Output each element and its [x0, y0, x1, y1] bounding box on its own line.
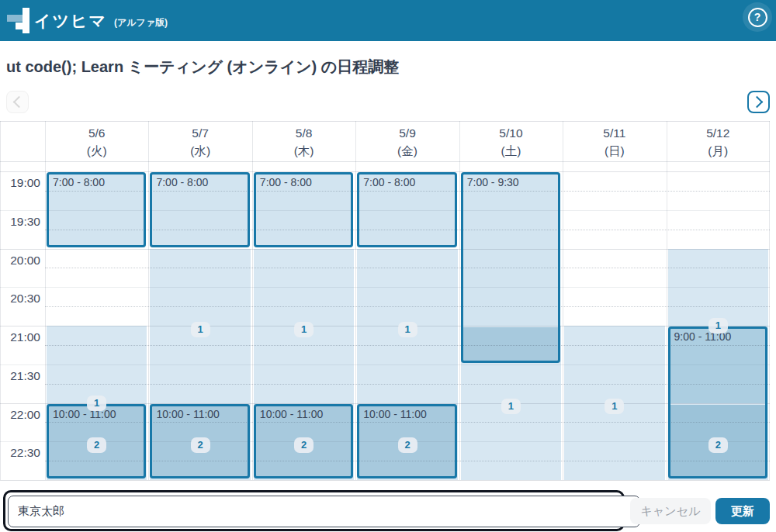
- block-time-label: 7:00 - 8:00: [156, 176, 247, 188]
- availability-block[interactable]: 7:00 - 8:00: [47, 172, 146, 247]
- day-of-week: (木): [294, 144, 314, 157]
- update-button[interactable]: 更新: [715, 498, 770, 524]
- gridline-v: [563, 121, 563, 480]
- day-date: 5/6: [88, 126, 106, 140]
- day-header: 5/10(土): [459, 121, 563, 161]
- day-header: 5/12(月): [667, 121, 770, 161]
- time-label: 22:30: [0, 446, 40, 460]
- availability-block[interactable]: 7:00 - 8:00: [150, 172, 249, 247]
- block-time-label: 10:00 - 11:00: [260, 408, 351, 420]
- next-week-button[interactable]: [747, 91, 770, 113]
- time-label: 20:30: [0, 292, 40, 306]
- schedule-grid[interactable]: 5/6(火)5/7(水)5/8(木)5/9(金)5/10(土)5/11(日)5/…: [0, 121, 770, 480]
- count-badge: 1: [501, 399, 521, 414]
- block-time-label: 10:00 - 11:00: [363, 408, 454, 420]
- gridline-v: [45, 121, 46, 480]
- logo-square: [16, 22, 23, 29]
- count-badge: 1: [708, 318, 728, 333]
- gridline-h: [45, 345, 770, 346]
- count-badge: 1: [191, 322, 210, 337]
- gridline-h: [0, 287, 770, 288]
- count-badge: 2: [708, 437, 728, 453]
- chevron-left-icon: [13, 96, 26, 109]
- day-of-week: (水): [190, 144, 210, 157]
- availability-block[interactable]: 7:00 - 9:30: [461, 172, 560, 363]
- app-logo-icon[interactable]: [7, 8, 30, 33]
- app-window: イツヒマ (アルファ版) ? ut code(); Learn ミーティング (…: [0, 0, 776, 532]
- time-label: 19:30: [0, 215, 40, 229]
- day-date: 5/10: [499, 126, 522, 140]
- count-badge: 2: [191, 437, 210, 453]
- time-label: 19:00: [0, 176, 40, 190]
- logo-bar-vertical: [23, 8, 29, 33]
- day-of-week: (金): [397, 144, 417, 157]
- count-badge: 2: [87, 437, 106, 453]
- time-label: 22:00: [0, 408, 40, 422]
- gridline-v: [148, 121, 149, 480]
- header-bar: イツヒマ (アルファ版) ?: [0, 0, 776, 41]
- gridline-h: [45, 306, 770, 307]
- gridline-h: [0, 326, 770, 326]
- day-header: 5/11(日): [563, 121, 666, 161]
- count-badge: 1: [398, 322, 417, 337]
- day-of-week: (日): [605, 144, 625, 157]
- day-date: 5/8: [296, 126, 313, 140]
- gridline-v: [252, 121, 253, 480]
- gridline-h: [0, 364, 770, 365]
- gridline-h: [0, 249, 770, 250]
- gridline-h: [45, 268, 770, 268]
- gridline-h: [0, 480, 770, 481]
- gridline-v: [355, 121, 356, 480]
- app-title[interactable]: イツヒマ: [34, 0, 107, 41]
- day-header: 5/6(火): [45, 121, 148, 161]
- block-time-label: 7:00 - 8:00: [260, 176, 351, 188]
- block-time-label: 7:00 - 9:30: [467, 176, 558, 188]
- question-icon: ?: [748, 8, 767, 27]
- time-label: 21:30: [0, 369, 40, 383]
- block-time-label: 10:00 - 11:00: [156, 408, 247, 420]
- block-time-label: 7:00 - 8:00: [363, 176, 454, 188]
- gridline-v: [667, 121, 667, 480]
- day-header: 5/9(金): [355, 121, 459, 161]
- gridline-h: [0, 161, 770, 162]
- day-date: 5/11: [603, 126, 625, 140]
- gridline-v: [459, 121, 460, 480]
- day-date: 5/12: [706, 126, 729, 140]
- gridline-h: [45, 384, 770, 385]
- gridline-v: [769, 121, 770, 480]
- count-badge: 2: [398, 437, 417, 453]
- count-badge: 1: [294, 322, 314, 337]
- count-badge: 1: [605, 399, 624, 414]
- time-label: 20:00: [0, 254, 40, 268]
- app-version-badge: (アルファ版): [114, 0, 168, 43]
- respondent-name-input[interactable]: [8, 496, 640, 527]
- day-of-week: (月): [708, 144, 728, 157]
- chevron-right-icon: [751, 96, 764, 109]
- prev-week-button: [6, 91, 29, 113]
- time-label: 21:00: [0, 330, 40, 344]
- page-title: ut code(); Learn ミーティング (オンライン) の日程調整: [6, 57, 399, 78]
- block-time-label: 7:00 - 8:00: [53, 176, 144, 188]
- count-badge: 1: [87, 396, 106, 411]
- day-date: 5/7: [192, 126, 209, 140]
- day-of-week: (火): [87, 144, 107, 157]
- logo-bar-horizontal: [7, 15, 23, 22]
- day-date: 5/9: [399, 126, 416, 140]
- cancel-button[interactable]: キャンセル: [630, 498, 711, 524]
- day-of-week: (土): [501, 144, 521, 157]
- availability-block[interactable]: 9:00 - 11:00: [668, 326, 767, 478]
- availability-block[interactable]: 7:00 - 8:00: [254, 172, 353, 247]
- count-badge: 2: [294, 437, 314, 453]
- day-header: 5/8(木): [252, 121, 355, 161]
- day-header: 5/7(水): [148, 121, 251, 161]
- help-button[interactable]: ?: [743, 2, 772, 32]
- availability-block[interactable]: 7:00 - 8:00: [357, 172, 456, 247]
- name-input-focus-ring: [3, 490, 625, 531]
